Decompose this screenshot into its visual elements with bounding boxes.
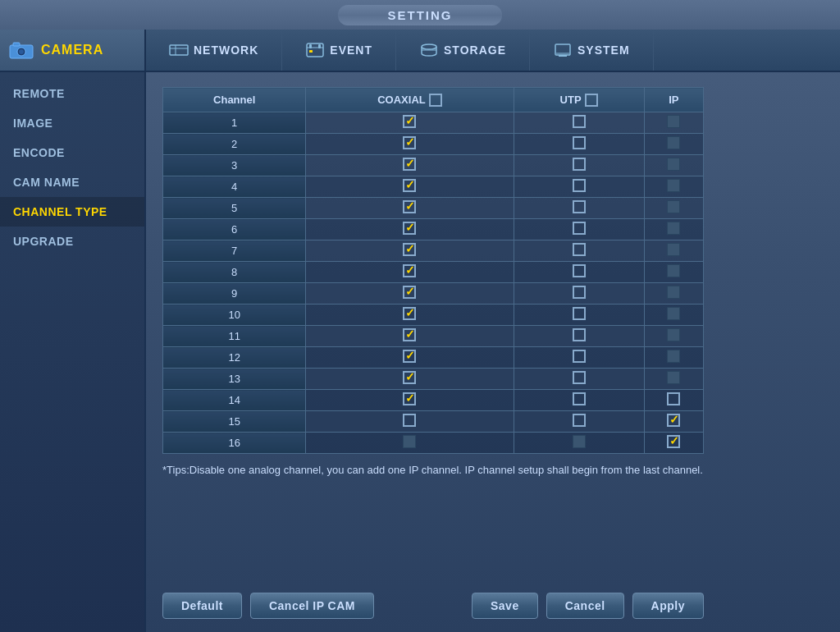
save-button[interactable]: Save [472, 593, 538, 619]
utp-cell-1[interactable] [514, 112, 644, 134]
coaxial-checkbox-11[interactable] [403, 328, 416, 341]
utp-checkbox-13[interactable] [573, 371, 586, 384]
ip-cell-2[interactable] [644, 134, 703, 155]
sidebar-item-channeltype[interactable]: CHANNEL TYPE [0, 197, 144, 227]
coaxial-checkbox-3[interactable] [403, 158, 416, 171]
ip-checkbox-14[interactable] [667, 392, 680, 405]
ip-cell-9[interactable] [644, 283, 703, 305]
utp-checkbox-3[interactable] [573, 158, 586, 171]
coaxial-cell-1[interactable] [306, 112, 514, 134]
coaxial-cell-5[interactable] [306, 198, 514, 219]
table-row-channel-15: 15 [163, 411, 306, 433]
ip-cell-4[interactable] [644, 176, 703, 198]
utp-checkbox-8[interactable] [573, 264, 586, 277]
utp-cell-14[interactable] [514, 390, 644, 411]
utp-cell-13[interactable] [514, 369, 644, 390]
utp-checkbox-6[interactable] [573, 222, 586, 235]
utp-checkbox-9[interactable] [573, 286, 586, 299]
utp-checkbox-11[interactable] [573, 328, 586, 341]
utp-cell-6[interactable] [514, 219, 644, 240]
coaxial-checkbox-5[interactable] [403, 200, 416, 213]
coaxial-checkbox-9[interactable] [403, 286, 416, 299]
ip-cell-13[interactable] [644, 369, 703, 390]
nav-camera-tab[interactable]: CAMERA [0, 30, 146, 71]
coaxial-checkbox-1[interactable] [403, 115, 416, 128]
tab-storage[interactable]: STORAGE [396, 30, 530, 71]
utp-cell-9[interactable] [514, 283, 644, 305]
ip-cell-6[interactable] [644, 219, 703, 240]
coaxial-cell-11[interactable] [306, 326, 514, 347]
sidebar-item-encode[interactable]: ENCODE [0, 138, 144, 167]
utp-cell-3[interactable] [514, 155, 644, 176]
utp-checkbox-2[interactable] [573, 136, 586, 149]
default-button[interactable]: Default [162, 593, 242, 619]
ip-cell-1[interactable] [644, 112, 703, 134]
coaxial-cell-6[interactable] [306, 219, 514, 240]
ip-cell-10[interactable] [644, 305, 703, 326]
utp-checkbox-14[interactable] [573, 392, 586, 405]
coaxial-checkbox-10[interactable] [403, 307, 416, 320]
coaxial-cell-8[interactable] [306, 262, 514, 283]
coaxial-cell-12[interactable] [306, 347, 514, 369]
ip-cell-3[interactable] [644, 155, 703, 176]
utp-cell-12[interactable] [514, 347, 644, 369]
sidebar-item-upgrade[interactable]: UPGRADE [0, 227, 144, 256]
utp-cell-11[interactable] [514, 326, 644, 347]
coaxial-checkbox-8[interactable] [403, 264, 416, 277]
utp-cell-16[interactable] [514, 433, 644, 454]
sidebar-item-remote[interactable]: REMOTE [0, 79, 144, 108]
cancel-ipcam-button[interactable]: Cancel IP CAM [250, 593, 374, 619]
coaxial-cell-9[interactable] [306, 283, 514, 305]
coaxial-checkbox-4[interactable] [403, 179, 416, 192]
utp-cell-2[interactable] [514, 134, 644, 155]
utp-checkbox-15[interactable] [573, 414, 586, 427]
utp-cell-15[interactable] [514, 411, 644, 433]
utp-checkbox-10[interactable] [573, 307, 586, 320]
utp-checkbox-4[interactable] [573, 179, 586, 192]
coaxial-cell-3[interactable] [306, 155, 514, 176]
utp-cell-5[interactable] [514, 198, 644, 219]
utp-cell-7[interactable] [514, 240, 644, 262]
utp-checkbox-12[interactable] [573, 350, 586, 363]
ip-cell-16[interactable] [644, 433, 703, 454]
utp-header-checkbox[interactable] [585, 94, 598, 107]
ip-cell-12[interactable] [644, 347, 703, 369]
ip-checkbox-16[interactable] [667, 435, 680, 448]
utp-cell-4[interactable] [514, 176, 644, 198]
tab-event[interactable]: EVENT [282, 30, 396, 71]
coaxial-checkbox-15[interactable] [403, 414, 416, 427]
coaxial-cell-13[interactable] [306, 369, 514, 390]
coaxial-header-checkbox[interactable] [429, 94, 442, 107]
ip-cell-14[interactable] [644, 390, 703, 411]
coaxial-checkbox-2[interactable] [403, 136, 416, 149]
coaxial-cell-7[interactable] [306, 240, 514, 262]
coaxial-cell-15[interactable] [306, 411, 514, 433]
ip-cell-15[interactable] [644, 411, 703, 433]
coaxial-checkbox-12[interactable] [403, 350, 416, 363]
ip-cell-7[interactable] [644, 240, 703, 262]
utp-checkbox-5[interactable] [573, 200, 586, 213]
utp-cell-10[interactable] [514, 305, 644, 326]
sidebar-item-image[interactable]: IMAGE [0, 108, 144, 138]
coaxial-cell-4[interactable] [306, 176, 514, 198]
coaxial-cell-14[interactable] [306, 390, 514, 411]
coaxial-cell-10[interactable] [306, 305, 514, 326]
coaxial-checkbox-6[interactable] [403, 222, 416, 235]
utp-checkbox-1[interactable] [573, 115, 586, 128]
ip-cell-8[interactable] [644, 262, 703, 283]
tab-network[interactable]: NETWORK [146, 30, 282, 71]
coaxial-cell-16[interactable] [306, 433, 514, 454]
tab-system[interactable]: SYSTEM [530, 30, 654, 71]
apply-button[interactable]: Apply [632, 593, 704, 619]
utp-cell-8[interactable] [514, 262, 644, 283]
coaxial-checkbox-7[interactable] [403, 243, 416, 256]
coaxial-checkbox-14[interactable] [403, 392, 416, 405]
ip-cell-5[interactable] [644, 198, 703, 219]
utp-checkbox-7[interactable] [573, 243, 586, 256]
ip-cell-11[interactable] [644, 326, 703, 347]
ip-checkbox-15[interactable] [667, 414, 680, 427]
coaxial-cell-2[interactable] [306, 134, 514, 155]
sidebar-item-camname[interactable]: CAM NAME [0, 167, 144, 197]
coaxial-checkbox-13[interactable] [403, 371, 416, 384]
cancel-button[interactable]: Cancel [546, 593, 624, 619]
